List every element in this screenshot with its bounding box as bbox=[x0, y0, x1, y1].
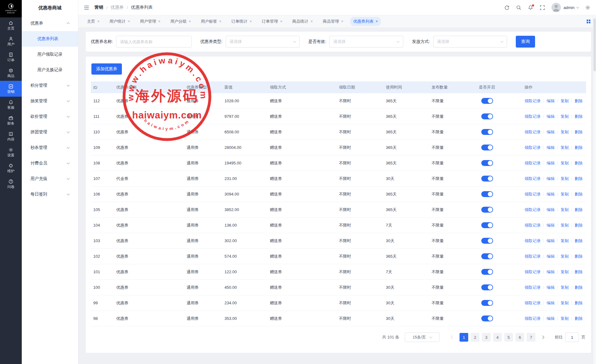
add-coupon-button[interactable]: 添加优惠券 bbox=[91, 63, 122, 75]
action-copy[interactable]: 复制 bbox=[561, 114, 569, 119]
menu-group-9[interactable]: 付费会员 bbox=[22, 155, 78, 171]
action-edit[interactable]: 编辑 bbox=[547, 254, 555, 259]
action-copy[interactable]: 复制 bbox=[561, 316, 569, 321]
menu-item-2[interactable]: 用户领取记录 bbox=[22, 47, 78, 62]
gear-icon[interactable] bbox=[585, 5, 590, 10]
tab-9[interactable]: 优惠券列表 bbox=[350, 17, 381, 26]
close-icon[interactable] bbox=[158, 20, 160, 23]
rail-item-service[interactable]: 客服 bbox=[0, 97, 22, 113]
scrollbar[interactable] bbox=[593, 15, 596, 364]
tab-4[interactable]: 用户标签 bbox=[198, 17, 224, 26]
action-edit[interactable]: 编辑 bbox=[547, 191, 555, 197]
enable-toggle[interactable] bbox=[481, 253, 493, 259]
page-button-5[interactable]: 5 bbox=[504, 333, 513, 342]
action-delete[interactable]: 删除 bbox=[575, 114, 583, 119]
close-icon[interactable] bbox=[280, 20, 282, 23]
action-edit[interactable]: 编辑 bbox=[547, 238, 555, 244]
tab-5[interactable]: 订单统计 bbox=[228, 17, 255, 26]
action-edit[interactable]: 编辑 bbox=[547, 160, 555, 166]
enable-toggle[interactable] bbox=[481, 160, 493, 166]
page-button-1[interactable]: 1 bbox=[460, 333, 468, 342]
action-delete[interactable]: 删除 bbox=[575, 207, 583, 213]
tab-3[interactable]: 用户分组 bbox=[167, 17, 194, 26]
enable-toggle[interactable] bbox=[481, 300, 493, 306]
menu-group-7[interactable]: 拼团管理 bbox=[22, 124, 78, 140]
page-button-7[interactable]: 7 bbox=[527, 333, 535, 342]
action-copy[interactable]: 复制 bbox=[561, 269, 569, 275]
action-edit[interactable]: 编辑 bbox=[547, 223, 555, 228]
action-copy[interactable]: 复制 bbox=[561, 145, 569, 150]
action-delete[interactable]: 删除 bbox=[575, 300, 583, 306]
search-button[interactable]: 查询 bbox=[516, 36, 535, 48]
rail-item-home[interactable]: 主页 bbox=[0, 17, 22, 33]
enable-toggle[interactable] bbox=[481, 176, 493, 182]
action-delete[interactable]: 删除 bbox=[575, 223, 583, 228]
prev-page-button[interactable] bbox=[448, 333, 456, 342]
action-records[interactable]: 领取记录 bbox=[524, 114, 541, 119]
rail-item-finance[interactable]: 财务 bbox=[0, 113, 22, 128]
menu-group-10[interactable]: 用户充值 bbox=[22, 171, 78, 187]
action-edit[interactable]: 编辑 bbox=[547, 285, 555, 290]
action-delete[interactable]: 删除 bbox=[575, 254, 583, 259]
rail-item-content[interactable]: 内容 bbox=[0, 128, 22, 144]
rail-item-goods[interactable]: 商品 bbox=[0, 65, 22, 81]
coupon-type-select[interactable]: 请选择 bbox=[226, 36, 300, 48]
menu-group-0[interactable]: 优惠券 bbox=[22, 16, 78, 31]
enable-toggle[interactable] bbox=[481, 238, 493, 244]
coupon-name-input[interactable] bbox=[116, 36, 192, 48]
tab-2[interactable]: 用户管理 bbox=[137, 17, 164, 26]
menu-group-11[interactable]: 每日签到 bbox=[22, 187, 78, 202]
page-size-select[interactable]: 15条/页 bbox=[405, 333, 440, 342]
action-records[interactable]: 领取记录 bbox=[524, 316, 541, 321]
action-delete[interactable]: 删除 bbox=[575, 145, 583, 150]
enable-toggle[interactable] bbox=[481, 284, 493, 290]
action-records[interactable]: 领取记录 bbox=[524, 254, 541, 259]
action-records[interactable]: 领取记录 bbox=[524, 160, 541, 166]
action-delete[interactable]: 删除 bbox=[575, 191, 583, 197]
tab-1[interactable]: 用户统计 bbox=[106, 17, 133, 26]
action-delete[interactable]: 删除 bbox=[575, 160, 583, 166]
next-page-button[interactable] bbox=[538, 333, 547, 342]
rail-item-settings[interactable]: 设置 bbox=[0, 144, 22, 160]
app-logo[interactable]: AMERICAN DREAM bbox=[0, 0, 22, 17]
close-icon[interactable] bbox=[341, 20, 343, 23]
rail-item-marketing[interactable]: 营销 bbox=[0, 81, 22, 97]
page-button-4[interactable]: 4 bbox=[493, 333, 502, 342]
tab-7[interactable]: 商品统计 bbox=[289, 17, 316, 26]
username[interactable]: admin bbox=[564, 5, 575, 10]
action-copy[interactable]: 复制 bbox=[561, 223, 569, 228]
rail-item-survey[interactable]: 问卷 bbox=[0, 176, 22, 192]
action-records[interactable]: 领取记录 bbox=[524, 269, 541, 275]
search-icon[interactable] bbox=[516, 5, 521, 10]
action-copy[interactable]: 复制 bbox=[561, 160, 569, 166]
enable-toggle[interactable] bbox=[481, 145, 493, 150]
action-records[interactable]: 领取记录 bbox=[524, 285, 541, 290]
action-delete[interactable]: 删除 bbox=[575, 129, 583, 135]
tab-0[interactable]: 主页 bbox=[84, 17, 103, 26]
action-edit[interactable]: 编辑 bbox=[547, 269, 555, 275]
is-valid-select[interactable]: 请选择 bbox=[329, 36, 403, 48]
tab-8[interactable]: 商品管理 bbox=[320, 17, 346, 26]
enable-toggle[interactable] bbox=[481, 222, 493, 228]
action-edit[interactable]: 编辑 bbox=[547, 300, 555, 306]
action-records[interactable]: 领取记录 bbox=[524, 176, 541, 182]
enable-toggle[interactable] bbox=[481, 191, 493, 197]
action-delete[interactable]: 删除 bbox=[575, 98, 583, 104]
action-delete[interactable]: 删除 bbox=[575, 316, 583, 321]
action-delete[interactable]: 删除 bbox=[575, 238, 583, 244]
breadcrumb-item[interactable]: 营销 bbox=[95, 5, 103, 10]
enable-toggle[interactable] bbox=[481, 269, 493, 275]
close-icon[interactable] bbox=[376, 20, 378, 23]
action-copy[interactable]: 复制 bbox=[561, 285, 569, 290]
action-delete[interactable]: 删除 bbox=[575, 176, 583, 182]
action-records[interactable]: 领取记录 bbox=[524, 98, 541, 104]
action-records[interactable]: 领取记录 bbox=[524, 223, 541, 228]
menu-item-3[interactable]: 用户兑换记录 bbox=[22, 62, 78, 78]
breadcrumb-item[interactable]: 优惠券 bbox=[111, 5, 124, 10]
close-icon[interactable] bbox=[97, 20, 99, 23]
refresh-icon[interactable] bbox=[504, 5, 510, 10]
scrollbar-thumb[interactable] bbox=[594, 18, 596, 71]
action-edit[interactable]: 编辑 bbox=[547, 176, 555, 182]
enable-toggle[interactable] bbox=[481, 129, 493, 135]
action-records[interactable]: 领取记录 bbox=[524, 191, 541, 197]
